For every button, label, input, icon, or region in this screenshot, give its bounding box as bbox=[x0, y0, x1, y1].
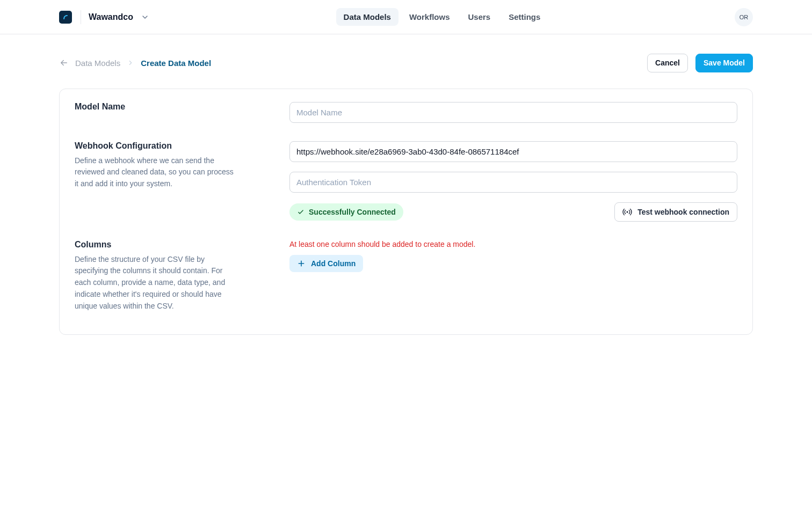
crumb-current: Create Data Model bbox=[141, 58, 211, 68]
nav-workflows[interactable]: Workflows bbox=[402, 8, 458, 26]
cancel-button[interactable]: Cancel bbox=[647, 54, 688, 72]
svg-point-0 bbox=[627, 211, 628, 213]
webhook-title: Webhook Configuration bbox=[75, 141, 268, 151]
columns-error: At least one column should be added to c… bbox=[289, 240, 737, 248]
brand-divider bbox=[81, 10, 81, 24]
form-panel: Model Name Webhook Configuration Define … bbox=[59, 89, 753, 335]
test-webhook-label: Test webhook connection bbox=[637, 208, 729, 216]
page-top: Data Models Create Data Model Cancel Sav… bbox=[59, 54, 753, 72]
app-header: Wawandco Data Models Workflows Users Set… bbox=[0, 0, 812, 34]
app-logo bbox=[59, 11, 72, 24]
nav-data-models[interactable]: Data Models bbox=[336, 8, 398, 26]
avatar[interactable]: OR bbox=[735, 8, 753, 26]
add-column-label: Add Column bbox=[311, 259, 356, 268]
columns-title: Columns bbox=[75, 240, 268, 250]
model-name-input[interactable] bbox=[289, 102, 737, 123]
crumb-root[interactable]: Data Models bbox=[75, 58, 120, 68]
primary-nav: Data Models Workflows Users Settings bbox=[336, 8, 548, 26]
section-model-name: Model Name bbox=[75, 101, 737, 130]
save-button[interactable]: Save Model bbox=[695, 54, 753, 72]
webhook-status-text: Successfully Connected bbox=[309, 208, 396, 216]
header-right: OR bbox=[735, 8, 753, 26]
nav-settings[interactable]: Settings bbox=[501, 8, 548, 26]
section-webhook: Webhook Configuration Define a webhook w… bbox=[75, 134, 737, 229]
chevron-down-icon[interactable] bbox=[141, 13, 149, 21]
check-icon bbox=[297, 208, 305, 216]
nav-users[interactable]: Users bbox=[461, 8, 498, 26]
webhook-auth-input[interactable] bbox=[289, 172, 737, 193]
page-actions: Cancel Save Model bbox=[647, 54, 753, 72]
plus-icon bbox=[297, 259, 306, 268]
section-columns: Columns Define the structure of your CSV… bbox=[75, 232, 737, 319]
webhook-url-input[interactable] bbox=[289, 141, 737, 162]
page-content: Data Models Create Data Model Cancel Sav… bbox=[0, 54, 812, 335]
breadcrumb: Data Models Create Data Model bbox=[59, 58, 211, 68]
model-name-title: Model Name bbox=[75, 102, 268, 112]
webhook-description: Define a webhook where we can send the r… bbox=[75, 155, 236, 190]
columns-description: Define the structure of your CSV file by… bbox=[75, 254, 236, 312]
chevron-right-icon bbox=[127, 59, 134, 67]
add-column-button[interactable]: Add Column bbox=[289, 255, 363, 272]
arrow-left-icon[interactable] bbox=[59, 58, 69, 68]
header-left: Wawandco bbox=[59, 10, 149, 24]
brand-name[interactable]: Wawandco bbox=[89, 12, 133, 22]
test-webhook-button[interactable]: Test webhook connection bbox=[614, 202, 737, 222]
broadcast-icon bbox=[622, 207, 632, 217]
webhook-status-badge: Successfully Connected bbox=[289, 203, 403, 221]
webhook-status-row: Successfully Connected Te bbox=[289, 202, 737, 222]
